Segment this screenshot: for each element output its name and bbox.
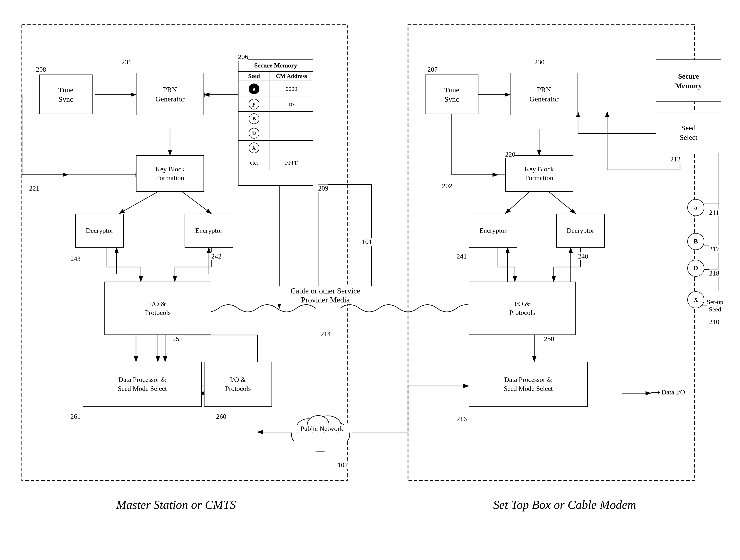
- seed-row-a: a: [239, 81, 270, 97]
- svg-line-9: [119, 192, 158, 214]
- cm-address-row-ffff: FFFF: [270, 155, 313, 170]
- label-107: 107: [338, 461, 348, 469]
- svg-line-34: [505, 192, 530, 214]
- right-encryptor: Encryptor: [469, 214, 517, 248]
- cm-address-row-X: —: [270, 141, 313, 155]
- left-prn-generator: PRN Generator: [136, 73, 204, 115]
- label-216: 216: [457, 415, 467, 423]
- label-261: 261: [71, 413, 81, 421]
- label-250: 250: [544, 335, 554, 343]
- seed-row-B: B: [239, 112, 270, 126]
- right-circle-X: X: [687, 291, 704, 308]
- cm-address-row-a: 0000: [270, 81, 313, 97]
- left-data-processor: Data Processor & Seed Mode Select: [83, 362, 202, 407]
- svg-line-35: [549, 192, 576, 214]
- right-key-block-formation: Key Block Formation: [505, 155, 573, 192]
- label-206: 206: [238, 53, 248, 61]
- data-io-label: ⟶ Data I/O: [651, 388, 685, 396]
- setup-seed-label: Set-up Seed: [707, 291, 723, 313]
- label-214: 214: [320, 330, 331, 338]
- label-209: 209: [318, 185, 328, 192]
- label-202: 202: [442, 182, 452, 190]
- seed-row-etc: etc.: [239, 155, 270, 170]
- right-io-protocols: I/O & Protocols: [469, 282, 576, 335]
- label-211: 211: [709, 209, 719, 217]
- label-210: 210: [709, 318, 719, 326]
- right-circle-a: a: [687, 199, 704, 216]
- right-seed-select: Seed Select: [656, 112, 721, 153]
- right-system-title: Set Top Box or Cable Modem: [437, 497, 692, 512]
- label-231: 231: [121, 58, 131, 66]
- label-243: 243: [71, 255, 81, 263]
- label-241: 241: [457, 252, 467, 260]
- left-decryptor: Decryptor: [75, 214, 124, 248]
- label-260: 260: [216, 413, 226, 421]
- label-212: 212: [670, 155, 680, 163]
- seed-row-D: D: [239, 126, 270, 140]
- left-io-protocols-bottom: I/O & Protocols: [204, 362, 272, 407]
- seed-row-y: y: [239, 97, 270, 111]
- public-network-label: Public Network: [291, 425, 352, 433]
- label-207: 207: [428, 66, 438, 73]
- label-242: 242: [211, 252, 221, 260]
- cable-media-label: Cable or other Service Provider Media: [255, 287, 396, 304]
- label-208: 208: [36, 66, 46, 73]
- right-decryptor: Decryptor: [556, 214, 605, 248]
- right-prn-generator: PRN Generator: [510, 73, 578, 115]
- label-240: 240: [578, 252, 588, 260]
- cm-address-col-header: CM Address: [270, 72, 313, 81]
- label-221: 221: [29, 185, 39, 192]
- left-encryptor: Encryptor: [185, 214, 233, 248]
- left-io-protocols-main: I/O & Protocols: [104, 282, 211, 335]
- left-system-title: Master Station or CMTS: [49, 497, 303, 512]
- label-220: 220: [505, 150, 515, 158]
- left-key-block-formation: Key Block Formation: [136, 155, 204, 192]
- label-251: 251: [172, 335, 183, 343]
- right-data-processor: Data Processor & Seed Mode Select: [469, 362, 588, 407]
- label-101: 101: [362, 238, 372, 246]
- label-218: 218: [709, 269, 719, 277]
- seed-row-X: X: [239, 141, 270, 155]
- right-circle-B: B: [687, 233, 704, 250]
- right-circle-D: D: [687, 260, 704, 277]
- svg-line-10: [182, 192, 211, 214]
- right-time-sync: Time Sync: [425, 75, 478, 114]
- left-time-sync: Time Sync: [39, 75, 93, 114]
- label-230: 230: [534, 58, 545, 66]
- right-secure-memory: Secure Memory: [656, 60, 721, 102]
- left-secure-memory: Secure Memory Seed CM Address a 0000 y t…: [238, 60, 313, 186]
- cm-address-row-D: —: [270, 126, 313, 140]
- to-label: to: [270, 97, 313, 111]
- label-217: 217: [709, 245, 719, 253]
- cm-address-row-B: —: [270, 112, 313, 126]
- svg-rect-86: [294, 433, 347, 451]
- seed-col-header: Seed: [239, 72, 270, 81]
